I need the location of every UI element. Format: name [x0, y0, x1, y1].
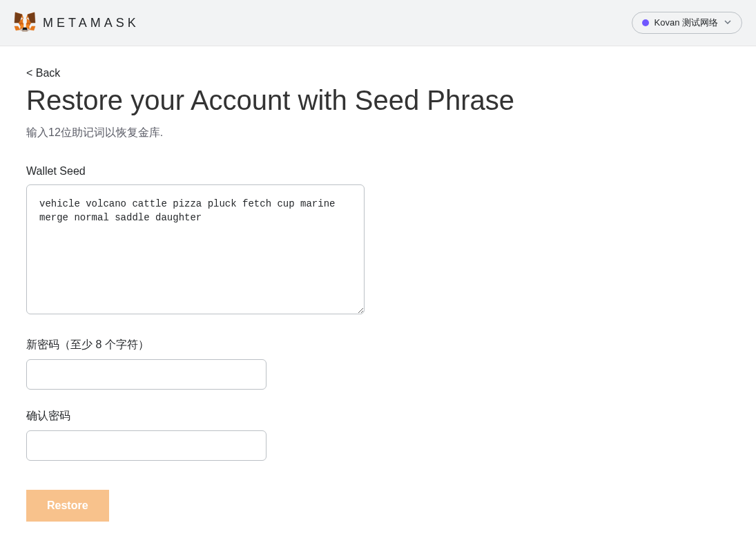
- svg-marker-3: [14, 26, 20, 30]
- brand-name: METAMASK: [43, 16, 139, 30]
- seed-textarea[interactable]: [26, 184, 365, 314]
- network-selector[interactable]: Kovan 测试网络: [632, 12, 742, 34]
- new-password-label: 新密码（至少 8 个字符）: [26, 338, 595, 352]
- back-link[interactable]: < Back: [26, 67, 595, 79]
- fox-icon: [14, 11, 36, 35]
- network-dot-icon: [642, 19, 649, 26]
- confirm-password-input[interactable]: [26, 430, 266, 461]
- main-content: < Back Restore your Account with Seed Ph…: [0, 46, 621, 534]
- chevron-down-icon: [724, 18, 732, 28]
- page-title: Restore your Account with Seed Phrase: [26, 85, 595, 116]
- svg-marker-2: [30, 26, 35, 30]
- restore-button[interactable]: Restore: [26, 490, 109, 522]
- page-subtitle: 输入12位助记词以恢复金库.: [26, 126, 595, 140]
- confirm-password-label: 确认密码: [26, 409, 595, 423]
- new-password-input[interactable]: [26, 359, 266, 390]
- brand-logo: METAMASK: [14, 11, 139, 35]
- app-header: METAMASK Kovan 测试网络: [0, 0, 756, 46]
- seed-label: Wallet Seed: [26, 165, 595, 178]
- network-label: Kovan 测试网络: [655, 17, 718, 29]
